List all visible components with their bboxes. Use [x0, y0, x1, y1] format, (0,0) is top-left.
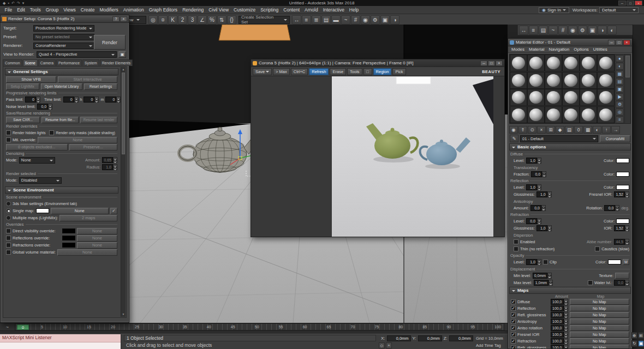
x-coordinate-field[interactable]: 0,0mm	[387, 335, 411, 341]
tab-performance[interactable]: Performance	[56, 59, 82, 66]
opacity-color-swatch[interactable]	[608, 260, 621, 264]
denoise-amount-spinner[interactable]: 0,65	[102, 157, 117, 163]
material-editor-menu-item[interactable]: Material	[527, 47, 546, 52]
redo-icon[interactable]: ↷	[16, 1, 21, 5]
material-sample-slot[interactable]	[562, 55, 580, 71]
y-coordinate-field[interactable]: 0,0mm	[418, 335, 442, 341]
snaps-toggle-2d-icon[interactable]: 2	[178, 15, 187, 25]
material-editor-titlebar[interactable]: Material Editor - 01 - Default ─ □ ×	[508, 39, 632, 46]
resume-from-file-button[interactable]: Resume from file...	[41, 117, 79, 123]
map-slot-button[interactable]: No Map	[570, 325, 629, 331]
erase-button[interactable]: Erase	[330, 68, 346, 75]
maximize-button[interactable]: □	[616, 40, 623, 45]
beauty-pass-label[interactable]: BEAUTY	[482, 69, 503, 74]
reset-settings-button[interactable]: Reset settings	[84, 83, 117, 90]
view-to-render-dropdown[interactable]: Quad 4 - Perspective	[37, 51, 117, 58]
material-editor-icon[interactable]: ◉	[568, 26, 577, 35]
noise-limit-spinner[interactable]: 0,0	[37, 104, 52, 110]
minimize-button[interactable]: ─	[480, 61, 487, 66]
reflections-override-button[interactable]: None	[77, 235, 117, 242]
water-level-checkbox[interactable]	[588, 280, 593, 285]
time-slider-handle[interactable]: 0	[17, 324, 29, 330]
anisotropy-amount-spinner[interactable]: 0,0	[530, 205, 546, 211]
make-unique-icon[interactable]: ◆	[556, 126, 564, 134]
open-material-library-button[interactable]: Open Material Library	[41, 83, 83, 90]
vfb-titlebar[interactable]: Corona 5 (Hotfix 2) | 640×640px (1:1) | …	[251, 59, 504, 67]
named-selection-set-dropdown[interactable]: Create Selection Set	[238, 16, 290, 24]
edit-named-selection-sets-icon[interactable]: {}	[227, 15, 236, 25]
material-sample-slot[interactable]	[527, 72, 545, 89]
material-sample-slot[interactable]	[510, 72, 527, 89]
make-material-copy-icon[interactable]: ⊞	[546, 126, 555, 134]
minimize-button[interactable]: ─	[618, 1, 626, 5]
material-sample-slot[interactable]	[545, 55, 562, 71]
render-setup-scrollbar[interactable]: ▲ ▼	[121, 67, 126, 317]
mtl-override-checkbox[interactable]	[6, 137, 11, 142]
environment-color-swatch[interactable]	[36, 208, 49, 213]
basic-options-rollout[interactable]: Basic options	[509, 143, 631, 151]
time-slider-track[interactable]: 0510152025303540455055606570758085909510…	[15, 323, 505, 330]
orbit-icon[interactable]: ↻	[631, 340, 637, 347]
use-map-checkbutton[interactable]: ✓	[110, 208, 117, 214]
map-enable-checkbox[interactable]	[511, 299, 516, 304]
menu-item[interactable]: Help	[347, 6, 361, 14]
toggle-ribbon-icon[interactable]: ▬	[331, 15, 341, 25]
maxscript-listener-label[interactable]: MAXScript Mini Listener	[0, 334, 121, 342]
pass-limit-spinner[interactable]: 0	[25, 97, 40, 103]
backlight-icon[interactable]: ◐	[616, 63, 624, 70]
reflections-override-swatch[interactable]	[62, 236, 75, 240]
direct-visibility-checkbox[interactable]	[6, 228, 11, 233]
max-logo-icon[interactable]: ◆	[2, 1, 7, 5]
material-sample-slot[interactable]	[597, 72, 615, 89]
show-map-in-viewport-icon[interactable]: ▦	[583, 126, 592, 134]
menu-item[interactable]: Civil View	[206, 6, 231, 14]
material-editor-icon[interactable]: ◉	[361, 15, 370, 25]
close-button[interactable]: ×	[120, 16, 127, 22]
opacity-level-spinner[interactable]: 1,0	[526, 259, 541, 265]
maximize-button[interactable]: □	[488, 61, 495, 66]
background-icon[interactable]: ▦	[616, 70, 624, 77]
diffuse-color-swatch[interactable]	[616, 158, 629, 163]
displacement-min-spinner[interactable]: 0,0mm	[533, 273, 552, 279]
map-amount-spinner[interactable]: 100,0	[551, 312, 568, 318]
menu-item[interactable]: Views	[61, 6, 79, 14]
material-editor-menu-item[interactable]: Navigation	[546, 47, 571, 52]
absolute-relative-toggle-icon[interactable]: +	[386, 342, 392, 348]
render-setup-icon[interactable]: ⚙	[371, 15, 380, 25]
reset-map-icon[interactable]: ×	[537, 126, 546, 134]
map-amount-spinner[interactable]: 100,0	[551, 318, 568, 324]
put-to-library-icon[interactable]: ▤	[565, 126, 574, 134]
make-preview-icon[interactable]: ▶	[616, 93, 624, 100]
go-forward-to-sibling-icon[interactable]: →	[611, 126, 620, 134]
mirror-icon[interactable]: ↔	[519, 26, 528, 35]
time-limit-s-spinner[interactable]: 0	[105, 97, 121, 103]
vfb-render-area[interactable]	[251, 76, 504, 237]
material-sample-slot[interactable]	[510, 106, 527, 123]
abbe-number-spinner[interactable]: 44,5	[614, 239, 629, 245]
global-volume-checkbox[interactable]	[6, 250, 11, 255]
material-sample-slot[interactable]	[545, 106, 562, 123]
keyboard-shortcut-override-icon[interactable]: K	[168, 15, 177, 25]
map-slot-button[interactable]: No Map	[570, 345, 629, 349]
material-sample-slot[interactable]	[597, 106, 615, 123]
align-icon[interactable]: ≡	[302, 15, 311, 25]
material-name-dropdown[interactable]: 01 - Default	[520, 135, 598, 142]
map-enable-checkbox[interactable]	[511, 326, 516, 330]
map-amount-spinner[interactable]: 100,0	[551, 345, 568, 349]
denoise-radius-spinner[interactable]: 1,0	[102, 164, 117, 170]
single-map-radio[interactable]	[6, 208, 11, 213]
material-sample-slot[interactable]	[527, 55, 545, 71]
render-only-masks-checkbox[interactable]	[49, 130, 54, 135]
use-pivot-point-center-icon[interactable]: ◎	[148, 15, 158, 25]
maps-rollout[interactable]: Maps	[509, 287, 631, 294]
material-editor-menu-item[interactable]: Modes	[509, 47, 527, 52]
translucency-color-swatch[interactable]	[616, 172, 629, 177]
material-sample-slot[interactable]	[527, 106, 545, 123]
menu-item[interactable]: Interactive	[320, 6, 347, 14]
spinner-snap-icon[interactable]: ⇅	[217, 15, 226, 25]
menu-item[interactable]: Modifiers	[97, 6, 121, 14]
resume-last-render-button[interactable]: Resume last render	[80, 117, 117, 123]
snaps-toggle-3d-icon[interactable]: 3	[188, 15, 197, 25]
caustics-checkbox[interactable]	[595, 246, 600, 251]
tab-camera[interactable]: Camera	[38, 59, 56, 66]
